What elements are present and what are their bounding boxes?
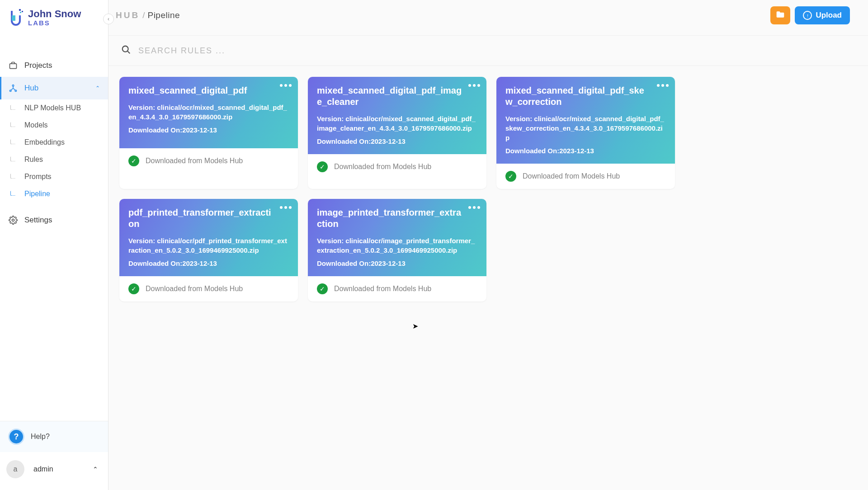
sidebar-item-embeddings[interactable]: Embeddings xyxy=(11,134,108,151)
logo[interactable]: John Snow LABS xyxy=(0,0,108,36)
card-status: Downloaded from Models Hub xyxy=(334,285,431,293)
svg-rect-4 xyxy=(10,64,17,69)
svg-rect-2 xyxy=(22,11,23,12)
sidebar-item-models[interactable]: Models xyxy=(11,117,108,134)
sidebar-item-prompts[interactable]: Prompts xyxy=(11,168,108,185)
card-header: mixed_scanned_digital_pdf Version: clini… xyxy=(119,77,298,148)
help-icon: ? xyxy=(8,429,24,445)
svg-point-8 xyxy=(12,219,14,221)
sidebar-item-label: NLP Models HUB xyxy=(24,104,81,112)
breadcrumb: HUB / Pipeline xyxy=(116,10,180,20)
card-header: mixed_scanned_digital_pdf_skew_correctio… xyxy=(496,77,675,164)
pipeline-card[interactable]: mixed_scanned_digital_pdf_skew_correctio… xyxy=(496,77,675,189)
sidebar-item-label: Models xyxy=(24,121,48,129)
svg-point-6 xyxy=(10,90,11,91)
card-footer: ✓ Downloaded from Models Hub xyxy=(119,148,298,174)
collapse-sidebar-button[interactable]: ‹ xyxy=(103,14,114,24)
nav-list-lower: Settings xyxy=(0,203,108,231)
chevron-up-icon: ⌃ xyxy=(93,466,98,473)
briefcase-icon xyxy=(8,61,18,71)
card-menu-button[interactable] xyxy=(280,206,292,209)
svg-rect-0 xyxy=(12,15,15,21)
sidebar-item-rules[interactable]: Rules xyxy=(11,151,108,168)
sidebar: John Snow LABS Projects Hub ⌃ NLP Models… xyxy=(0,0,108,490)
card-version: Version: clinical/ocr/mixed_scanned_digi… xyxy=(128,103,289,122)
card-footer: ✓ Downloaded from Models Hub xyxy=(308,276,486,302)
card-downloaded-on: Downloaded On:2023-12-13 xyxy=(505,147,666,155)
folder-button[interactable] xyxy=(770,6,790,24)
card-menu-button[interactable] xyxy=(280,84,292,87)
svg-point-5 xyxy=(12,85,14,86)
pipeline-cards-grid: mixed_scanned_digital_pdf Version: clini… xyxy=(108,66,868,312)
card-footer: ✓ Downloaded from Models Hub xyxy=(308,154,486,179)
card-version: Version: clinical/ocr/mixed_scanned_digi… xyxy=(317,114,477,133)
brand-title: John Snow xyxy=(28,9,81,19)
sidebar-item-pipeline[interactable]: Pipeline xyxy=(11,185,108,203)
card-menu-button[interactable] xyxy=(468,206,480,209)
gear-icon xyxy=(8,215,18,225)
pipeline-card[interactable]: pdf_printed_transformer_extraction Versi… xyxy=(119,199,298,302)
card-status: Downloaded from Models Hub xyxy=(334,163,431,171)
card-title: mixed_scanned_digital_pdf xyxy=(128,85,289,96)
check-icon: ✓ xyxy=(128,155,139,166)
card-downloaded-on: Downloaded On:2023-12-13 xyxy=(317,137,477,145)
user-menu[interactable]: a admin ⌃ xyxy=(0,452,108,490)
chevron-left-icon: ‹ xyxy=(108,16,109,22)
sidebar-item-projects[interactable]: Projects xyxy=(0,54,108,77)
card-header: pdf_printed_transformer_extraction Versi… xyxy=(119,199,298,276)
folder-icon xyxy=(776,10,785,20)
card-menu-button[interactable] xyxy=(468,84,480,87)
topbar: HUB / Pipeline ↑ Upload xyxy=(108,0,868,31)
card-status: Downloaded from Models Hub xyxy=(523,172,620,180)
hub-subnav: NLP Models HUB Models Embeddings Rules P… xyxy=(0,99,108,203)
card-downloaded-on: Downloaded On:2023-12-13 xyxy=(128,259,289,267)
sidebar-item-hub[interactable]: Hub ⌃ xyxy=(0,77,108,99)
pipeline-card[interactable]: mixed_scanned_digital_pdf_image_cleaner … xyxy=(308,77,486,189)
svg-point-7 xyxy=(15,90,16,91)
sidebar-item-label: Prompts xyxy=(24,173,52,181)
searchbar xyxy=(108,35,868,66)
upload-label: Upload xyxy=(816,11,842,20)
card-title: pdf_printed_transformer_extraction xyxy=(128,207,289,230)
help-label: Help? xyxy=(31,433,50,441)
pipeline-card[interactable]: mixed_scanned_digital_pdf Version: clini… xyxy=(119,77,298,189)
brand-icon xyxy=(8,8,24,27)
sidebar-item-label: Rules xyxy=(24,155,43,164)
card-footer: ✓ Downloaded from Models Hub xyxy=(496,164,675,189)
card-menu-button[interactable] xyxy=(657,84,669,87)
breadcrumb-current: Pipeline xyxy=(147,10,180,20)
check-icon: ✓ xyxy=(505,171,516,182)
sidebar-item-label: Hub xyxy=(24,84,38,93)
sidebar-item-nlp-models-hub[interactable]: NLP Models HUB xyxy=(11,99,108,117)
sidebar-item-label: Embeddings xyxy=(24,138,65,146)
svg-rect-1 xyxy=(19,9,21,11)
card-version: Version: clinical/ocr/pdf_printed_transf… xyxy=(128,236,289,255)
card-status: Downloaded from Models Hub xyxy=(146,157,243,165)
avatar: a xyxy=(6,460,24,478)
search-input[interactable] xyxy=(138,46,364,56)
card-downloaded-on: Downloaded On:2023-12-13 xyxy=(317,259,477,267)
svg-rect-3 xyxy=(20,12,21,13)
breadcrumb-parent[interactable]: HUB xyxy=(116,10,140,20)
sidebar-item-label: Pipeline xyxy=(24,190,50,198)
card-title: image_printed_transformer_extraction xyxy=(317,207,477,230)
card-version: Version: clinical/ocr/mixed_scanned_digi… xyxy=(505,114,666,142)
card-footer: ✓ Downloaded from Models Hub xyxy=(119,276,298,302)
sidebar-item-settings[interactable]: Settings xyxy=(0,209,108,231)
top-actions: ↑ Upload xyxy=(770,6,850,24)
user-name: admin xyxy=(33,465,53,473)
nav-list: Projects Hub ⌃ xyxy=(0,36,108,99)
check-icon: ✓ xyxy=(317,161,328,172)
upload-button[interactable]: ↑ Upload xyxy=(795,6,850,24)
pipeline-card[interactable]: image_printed_transformer_extraction Ver… xyxy=(308,199,486,302)
card-header: image_printed_transformer_extraction Ver… xyxy=(308,199,486,276)
upload-icon: ↑ xyxy=(803,11,812,20)
sidebar-bottom: ? Help? a admin ⌃ xyxy=(0,421,108,490)
chevron-up-icon: ⌃ xyxy=(95,85,100,91)
check-icon: ✓ xyxy=(128,283,139,294)
help-button[interactable]: ? Help? xyxy=(0,421,108,452)
network-icon xyxy=(8,83,18,93)
card-status: Downloaded from Models Hub xyxy=(146,285,243,293)
svg-point-9 xyxy=(123,46,128,52)
card-title: mixed_scanned_digital_pdf_image_cleaner xyxy=(317,85,477,108)
